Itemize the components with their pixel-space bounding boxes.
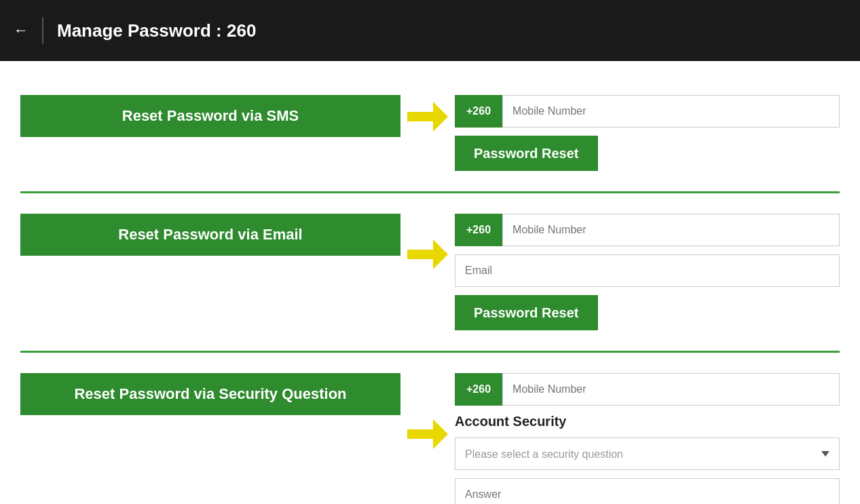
email-mobile-input[interactable] <box>502 214 840 246</box>
sms-mobile-row: +260 <box>455 95 840 128</box>
arrow-icon <box>407 241 448 268</box>
security-country-code: +260 <box>455 373 502 406</box>
reset-security-button[interactable]: Reset Password via Security Question <box>20 373 400 415</box>
sms-country-code: +260 <box>455 95 502 128</box>
reset-email-button[interactable]: Reset Password via Email <box>20 214 400 256</box>
sms-mobile-input[interactable] <box>502 95 840 128</box>
security-mobile-input[interactable] <box>502 373 840 406</box>
account-security-label: Account Security <box>455 414 840 429</box>
security-arrow <box>400 373 455 448</box>
sms-section: Reset Password via SMS +260 Password Res… <box>20 75 840 193</box>
arrow-icon <box>407 103 448 130</box>
email-section: Reset Password via Email +260 Password R… <box>20 193 840 353</box>
header: ← Manage Password : 260 <box>0 0 860 61</box>
email-arrow <box>400 214 455 268</box>
page-title: Manage Password : 260 <box>57 20 256 41</box>
security-form: +260 Account Security Please select a se… <box>455 373 840 504</box>
security-mobile-row: +260 <box>455 373 840 406</box>
answer-input[interactable] <box>455 478 840 504</box>
security-question-select[interactable]: Please select a security question <box>455 438 840 470</box>
header-divider <box>42 17 43 44</box>
email-form: +260 Password Reset <box>455 214 840 330</box>
sms-arrow <box>400 95 455 130</box>
sms-form: +260 Password Reset <box>455 95 840 171</box>
email-country-code: +260 <box>455 214 502 246</box>
email-reset-button[interactable]: Password Reset <box>455 295 598 330</box>
back-button[interactable]: ← <box>14 22 29 39</box>
email-mobile-row: +260 <box>455 214 840 246</box>
arrow-icon <box>407 421 448 448</box>
email-input[interactable] <box>455 254 840 287</box>
main-content: Reset Password via SMS +260 Password Res… <box>0 61 860 504</box>
sms-reset-button[interactable]: Password Reset <box>455 136 598 171</box>
security-section: Reset Password via Security Question +26… <box>20 353 840 504</box>
reset-sms-button[interactable]: Reset Password via SMS <box>20 95 400 137</box>
